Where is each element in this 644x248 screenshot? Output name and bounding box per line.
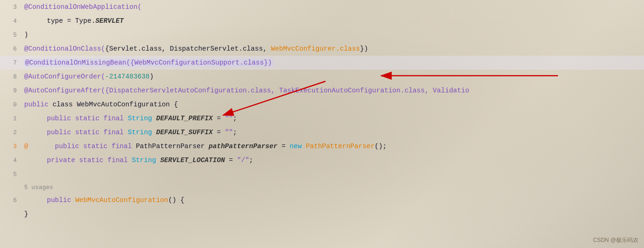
code-token: {Servlet.class, DispatcherServlet.class, (105, 45, 271, 52)
code-token: pathPatternParser (209, 143, 278, 150)
code-line-14: 4 private static final String SERVLET_LO… (0, 153, 644, 167)
code-token: DEFAULT_SUFFIX (156, 129, 213, 136)
code-token: } (24, 210, 28, 218)
code-token: public (24, 101, 48, 108)
code-content: public static final String DEFAULT_PREFI… (24, 115, 644, 122)
code-token: = (213, 129, 225, 136)
code-token: @AutoConfigureOrder( (24, 73, 105, 80)
code-token: type = Type. (47, 17, 95, 25)
code-token: ; (249, 157, 253, 164)
code-token: static (75, 115, 100, 122)
code-content: public static final String DEFAULT_SUFFI… (24, 129, 644, 136)
line-number: 4 (4, 18, 17, 25)
code-token: -2147483638 (105, 73, 150, 80)
code-token (124, 129, 128, 136)
code-token: ; (233, 115, 237, 122)
code-token: (); (375, 143, 387, 150)
code-token: WebMvcConfigurer.class (271, 45, 360, 52)
code-content: public class WebMvcAutoConfiguration { (24, 101, 644, 108)
code-content: public WebMvcAutoConfiguration() { (24, 196, 644, 204)
code-token: public (47, 196, 71, 204)
code-line-8: 8 @AutoConfigureOrder(-2147483638) (0, 70, 644, 84)
code-token: SERVLET (95, 17, 124, 25)
code-token: static (79, 157, 103, 164)
code-token (79, 143, 83, 150)
code-line-9: 9 @AutoConfigureAfter({DispatcherServlet… (0, 84, 644, 98)
code-token: final (112, 143, 132, 150)
code-token: static (75, 129, 100, 136)
line-number: 1 (4, 115, 17, 122)
line-number: 5 (4, 32, 17, 39)
code-content: @ public static final PathPatternParser … (24, 143, 644, 150)
line-number: 4 (4, 157, 17, 164)
code-container: 3 @ConditionalOnWebApplication( 4 type =… (0, 0, 644, 248)
line-number: 5 (4, 171, 17, 178)
line-number: 9 (4, 87, 17, 94)
at-marker: @ (24, 143, 28, 150)
code-token (100, 115, 104, 122)
code-line-15: 5 (0, 167, 644, 181)
code-content: ) (24, 31, 644, 39)
code-token: static (83, 143, 107, 150)
code-line-last: } (0, 207, 644, 221)
code-token: @ConditionalOnMissingBean({WebMvcConfigu… (25, 59, 272, 66)
line-number: 7 (4, 59, 17, 66)
code-content: private static final String SERVLET_LOCA… (24, 157, 644, 164)
code-line-6: 6 @ConditionalOnClass({Servlet.class, Di… (0, 42, 644, 56)
code-token: = (225, 157, 237, 164)
code-token: DEFAULT_PREFIX (156, 115, 213, 122)
code-token: String (128, 115, 152, 122)
code-token: ; (233, 129, 237, 136)
code-token: = (278, 143, 290, 150)
line-number: 3 (4, 4, 17, 11)
code-token: final (104, 129, 124, 136)
line-number: 2 (4, 129, 17, 136)
code-token: ) (150, 73, 154, 80)
code-token: PathPatternParser (132, 143, 208, 150)
code-token: String (132, 157, 156, 164)
code-line-7: 7 @ConditionalOnMissingBean({WebMvcConfi… (0, 56, 644, 70)
annotation-token: @ConditionalOnWebApplication( (24, 3, 141, 11)
code-token: @AutoConfigureAfter({DispatcherServletAu… (24, 87, 469, 94)
code-line-5: 5 ) (0, 28, 644, 42)
code-token: "" (225, 115, 233, 122)
code-token: }) (360, 45, 368, 52)
code-content: @AutoConfigureAfter({DispatcherServletAu… (24, 87, 644, 94)
usages-text: 5 usages (24, 184, 53, 191)
usages-section: 5 usages (0, 181, 644, 193)
code-content: @AutoConfigureOrder(-2147483638) (24, 73, 644, 80)
code-token (71, 115, 75, 122)
code-token: public (47, 129, 71, 136)
code-token: public (47, 115, 71, 122)
code-token: "/" (237, 157, 249, 164)
code-line-10: 0 public class WebMvcAutoConfiguration { (0, 98, 644, 111)
code-line-16: 6 public WebMvcAutoConfiguration() { (0, 193, 644, 207)
code-token: PathPatternParser (306, 143, 375, 150)
code-line-13: 3 @ public static final PathPatternParse… (0, 139, 644, 153)
code-token: private (47, 157, 75, 164)
code-content: } (24, 210, 644, 218)
code-content: @ConditionalOnWebApplication( (24, 3, 644, 11)
code-token: @ConditionalOnClass( (24, 45, 105, 52)
code-token: class WebMvcAutoConfiguration { (48, 101, 178, 108)
code-content (24, 170, 644, 178)
code-line-11: 1 public static final String DEFAULT_PRE… (0, 111, 644, 125)
code-token: () { (168, 196, 185, 204)
code-token (302, 143, 306, 150)
line-number-special: 3 (4, 143, 17, 150)
code-line-4: 4 type = Type.SERVLET (0, 14, 644, 28)
code-token (100, 129, 104, 136)
code-content: @ConditionalOnClass({Servlet.class, Disp… (24, 45, 644, 52)
code-token: WebMvcAutoConfiguration (75, 196, 168, 204)
code-token (107, 143, 112, 150)
code-token (124, 115, 128, 122)
code-token (152, 115, 156, 122)
code-content: @ConditionalOnMissingBean({WebMvcConfigu… (24, 59, 644, 66)
line-number: 6 (4, 197, 17, 204)
code-token (152, 129, 156, 136)
code-token: = (213, 115, 225, 122)
code-token (104, 157, 108, 164)
code-token: String (128, 129, 152, 136)
code-token: final (104, 115, 124, 122)
code-token: public (55, 143, 79, 150)
